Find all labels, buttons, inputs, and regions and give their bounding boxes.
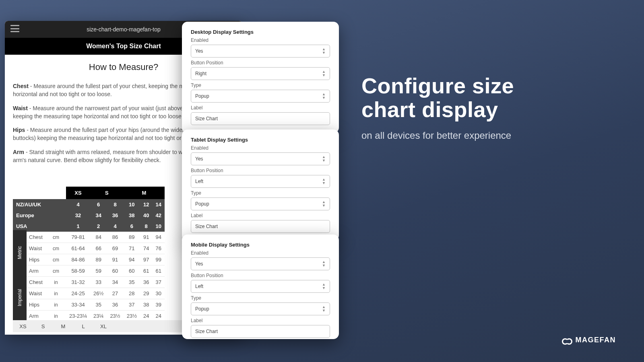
button-position-select[interactable]: Left xyxy=(191,280,330,293)
type-select[interactable]: Popup xyxy=(191,90,330,103)
table-row: Waistin24-2526½27282930 xyxy=(13,288,165,299)
field-label: Enabled xyxy=(191,250,330,256)
field-label: Enabled xyxy=(191,145,330,151)
brand-name: MAGEFAN xyxy=(576,336,616,344)
field-label: Type xyxy=(191,82,330,88)
enabled-select[interactable]: Yes xyxy=(191,45,330,58)
size-chart-table: XS S M NZ/AU/UK468101214 Europe323436384… xyxy=(13,187,165,322)
field-label: Enabled xyxy=(191,37,330,43)
tablet-settings-card: Tablet Display Settings Enabled Yes Butt… xyxy=(182,130,339,241)
metric-label: Metric xyxy=(13,230,27,275)
magefan-icon xyxy=(562,336,572,344)
table-row: Hipsin33-343536373839 xyxy=(13,299,165,311)
chevron-updown-icon xyxy=(322,305,326,313)
field-label: Type xyxy=(191,295,330,301)
type-select[interactable]: Popup xyxy=(191,302,330,315)
chevron-updown-icon xyxy=(322,47,326,55)
table-row: Chestin31-323334353637 xyxy=(13,277,165,288)
type-select[interactable]: Popup xyxy=(191,197,330,210)
label-input[interactable]: Size Chart xyxy=(191,325,330,338)
field-label: Button Position xyxy=(191,273,330,278)
headline-subtitle: on all devices for better experience xyxy=(361,130,514,141)
field-label: Label xyxy=(191,213,330,218)
size-footer: XSSMLXL xyxy=(13,320,182,332)
field-label: Button Position xyxy=(191,60,330,66)
chevron-updown-icon xyxy=(322,283,326,290)
table-row: USA1246810 xyxy=(13,221,165,232)
chevron-updown-icon xyxy=(322,93,326,100)
headline-title: Configure size chart display xyxy=(361,74,514,122)
enabled-select[interactable]: Yes xyxy=(191,152,330,165)
table-header-row: XS S M xyxy=(13,187,165,199)
field-label: Button Position xyxy=(191,168,330,173)
chevron-updown-icon xyxy=(322,260,326,267)
card-title: Mobile Display Settings xyxy=(191,242,330,248)
marketing-headline: Configure size chart display on all devi… xyxy=(361,74,514,141)
page-url: size-chart-demo-magefan-top xyxy=(87,26,161,33)
table-row: Hipscm84-868991949799 xyxy=(13,254,165,265)
card-title: Tablet Display Settings xyxy=(191,137,330,143)
label-input[interactable]: Size Chart xyxy=(191,112,330,125)
label-input[interactable]: Size Chart xyxy=(191,220,330,233)
hamburger-icon[interactable] xyxy=(10,25,19,32)
table-row: Waistcm61-646669717476 xyxy=(13,243,165,254)
field-label: Label xyxy=(191,105,330,111)
enabled-select[interactable]: Yes xyxy=(191,257,330,270)
table-row: NZ/AU/UK468101214 xyxy=(13,199,165,210)
field-label: Label xyxy=(191,318,330,323)
field-label: Type xyxy=(191,190,330,196)
desktop-settings-card: Desktop Display Settings Enabled Yes But… xyxy=(182,22,339,133)
chevron-updown-icon xyxy=(322,178,326,185)
chevron-updown-icon xyxy=(322,70,326,77)
chevron-updown-icon xyxy=(322,200,326,208)
table-row: Armcm58-595960606161 xyxy=(13,265,165,277)
card-title: Desktop Display Settings xyxy=(191,29,330,35)
mobile-settings-card: Mobile Display Settings Enabled Yes Butt… xyxy=(182,234,339,339)
chevron-updown-icon xyxy=(322,155,326,162)
imperial-label: Imperial xyxy=(13,275,27,320)
button-position-select[interactable]: Left xyxy=(191,175,330,188)
button-position-select[interactable]: Right xyxy=(191,67,330,80)
table-row: Chestcm79-818486899194 xyxy=(13,232,165,243)
brand-logo: MAGEFAN xyxy=(562,336,616,344)
table-row: Europe323436384042 xyxy=(13,210,165,221)
